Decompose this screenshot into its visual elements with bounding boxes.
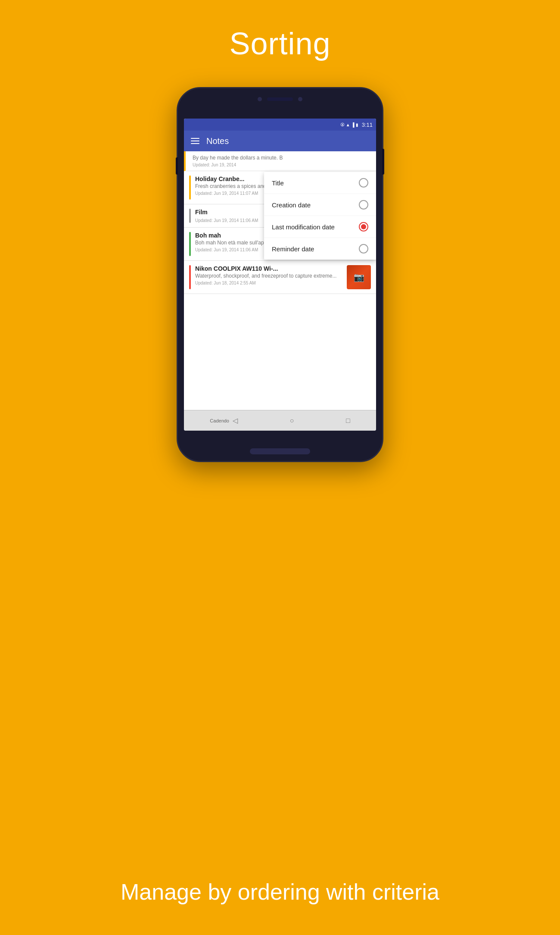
note-date: Updated: Jun 19, 2014 — [193, 163, 371, 167]
sensor-dot — [298, 97, 302, 101]
sort-popup: Title Creation date Last modification da… — [264, 172, 376, 260]
sort-radio-modification[interactable] — [359, 222, 368, 231]
sort-radio-title[interactable] — [359, 178, 368, 188]
note-content: Nikon COOLPIX AW110 Wi-... Waterproof, s… — [195, 265, 342, 289]
bottom-navigation: Cadendo ◁ ○ □ — [184, 410, 376, 431]
sort-option-reminder-label: Reminder date — [272, 245, 314, 253]
sort-radio-modification-fill — [361, 224, 366, 229]
note-color-indicator — [189, 265, 191, 289]
status-time: 3:11 — [362, 122, 373, 128]
nav-home[interactable]: ○ — [290, 417, 294, 425]
sort-option-modification-label: Last modification date — [272, 223, 335, 231]
note-item[interactable]: By day he made the dollars a minute. B U… — [184, 151, 376, 171]
sort-option-creation[interactable]: Creation date — [264, 194, 376, 216]
hamburger-line-2 — [191, 141, 199, 141]
phone-screen: ⦿ ▲ ▐ ▮ 3:11 Notes By — [184, 119, 376, 431]
back-icon[interactable]: ◁ — [233, 416, 238, 425]
status-icons: ⦿ ▲ ▐ ▮ — [340, 122, 358, 127]
app-container: ⦿ ▲ ▐ ▮ 3:11 Notes By — [184, 119, 376, 431]
camera-dot — [258, 97, 262, 101]
notes-list-container: By day he made the dollars a minute. B U… — [184, 151, 376, 410]
app-branding-label: Cadendo — [210, 418, 229, 423]
note-color-indicator — [189, 175, 191, 200]
location-icon: ⦿ — [340, 122, 345, 127]
note-color-indicator — [189, 209, 191, 223]
sort-option-title[interactable]: Title — [264, 172, 376, 194]
home-icon[interactable]: ○ — [290, 417, 294, 425]
note-item[interactable]: Nikon COOLPIX AW110 Wi-... Waterproof, s… — [184, 261, 376, 294]
sort-radio-reminder[interactable] — [359, 244, 368, 253]
phone-top-bar — [258, 97, 302, 101]
hamburger-line-1 — [191, 138, 199, 139]
power-button — [382, 149, 384, 175]
status-bar: ⦿ ▲ ▐ ▮ 3:11 — [184, 119, 376, 131]
app-header: Notes — [184, 131, 376, 151]
signal-icon: ▐ — [352, 122, 355, 127]
app-title: Notes — [206, 136, 369, 146]
volume-button — [176, 157, 178, 175]
nav-recents[interactable]: □ — [346, 417, 350, 425]
phone-bottom-bar — [250, 448, 310, 454]
note-preview-text: By day he made the dollars a minute. B — [193, 155, 371, 161]
nav-back[interactable]: Cadendo ◁ — [210, 416, 238, 425]
note-thumbnail — [347, 265, 371, 289]
page-title: Sorting — [229, 26, 330, 61]
wifi-icon: ▲ — [346, 122, 350, 127]
hamburger-menu-button[interactable] — [191, 138, 199, 144]
note-preview-text: Waterproof, shockproof, and freezeproof … — [195, 273, 342, 279]
recents-icon[interactable]: □ — [346, 417, 350, 425]
speaker-grille — [267, 97, 293, 101]
sort-option-creation-label: Creation date — [272, 201, 311, 209]
note-title: Nikon COOLPIX AW110 Wi-... — [195, 265, 342, 272]
note-color-indicator — [189, 232, 191, 256]
sort-option-modification[interactable]: Last modification date — [264, 216, 376, 238]
battery-icon: ▮ — [356, 122, 358, 127]
page-subtitle: Manage by ordering with criteria — [103, 879, 457, 905]
camera-image — [347, 265, 371, 289]
note-date: Updated: Jun 18, 2014 2:55 AM — [195, 281, 342, 285]
sort-option-reminder[interactable]: Reminder date — [264, 238, 376, 260]
hamburger-line-3 — [191, 143, 199, 144]
sort-radio-creation[interactable] — [359, 200, 368, 210]
phone-device: ⦿ ▲ ▐ ▮ 3:11 Notes By — [177, 87, 383, 462]
sort-option-title-label: Title — [272, 179, 284, 187]
